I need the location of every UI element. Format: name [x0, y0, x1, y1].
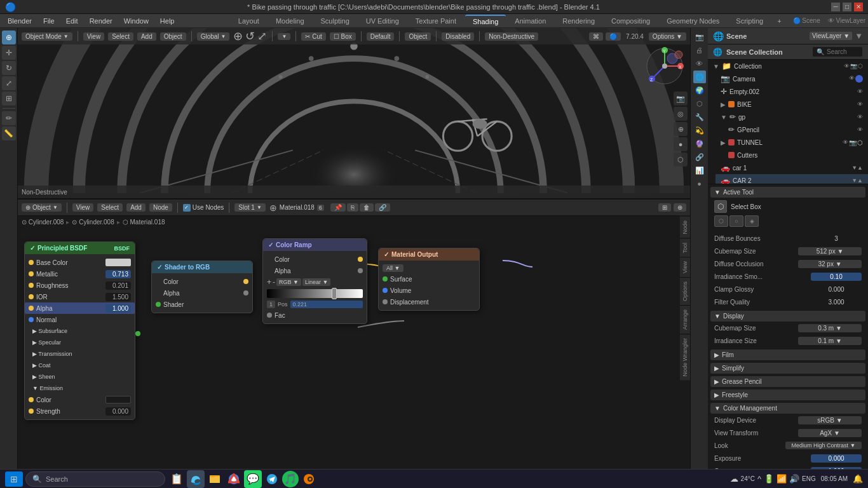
- options-btn[interactable]: Options ▼: [649, 32, 686, 41]
- clamp-glossy-value[interactable]: 0.000: [811, 285, 862, 294]
- menu-render[interactable]: Render: [85, 16, 118, 26]
- tab-modeling[interactable]: Modeling: [268, 15, 312, 27]
- props-icon-material[interactable]: ●: [693, 177, 706, 190]
- transform-tool[interactable]: ⊞: [2, 92, 16, 105]
- tool-icon-3[interactable]: ◈: [745, 215, 759, 227]
- collection-item-gp[interactable]: ▼ ✏ gp 👁: [715, 111, 868, 123]
- node-row-specular[interactable]: ▶ Specular: [25, 337, 135, 348]
- ramp-add-btn[interactable]: +: [267, 278, 271, 287]
- tab-animation[interactable]: Animation: [507, 15, 553, 27]
- menu-blender[interactable]: Blender: [3, 16, 37, 26]
- tool-icon-2[interactable]: ○: [729, 215, 743, 227]
- start-button[interactable]: ⊞: [5, 471, 23, 487]
- minimize-button[interactable]: ─: [831, 3, 840, 11]
- props-icon-physics[interactable]: 🔮: [693, 137, 706, 150]
- cursor-tool[interactable]: ⊕: [2, 30, 16, 44]
- filter-quality-value[interactable]: 3.000: [811, 298, 862, 306]
- ior-value[interactable]: 1.500: [105, 293, 131, 301]
- display-device-value[interactable]: sRGB ▼: [798, 416, 862, 424]
- node-tab-node[interactable]: Node: [680, 216, 690, 238]
- roughness-value[interactable]: 0.201: [105, 281, 131, 290]
- grease-pencil-header[interactable]: ▶ Grease Pencil: [710, 376, 865, 387]
- collection-item-empty002[interactable]: ✛ Empty.002 👁: [715, 85, 868, 98]
- annotate-tool[interactable]: ✏: [2, 111, 16, 125]
- collection-item-car2[interactable]: 🚗 CAR 2 ▼▲: [715, 174, 868, 184]
- scene-collection-search[interactable]: 🔍: [812, 46, 863, 57]
- tab-layout[interactable]: Layout: [231, 15, 267, 27]
- props-icon-output[interactable]: 🖨: [693, 44, 706, 57]
- collection-item-bike[interactable]: ▶ BIKE 👁: [715, 98, 868, 111]
- cubemap-size-value[interactable]: 512 px ▼: [798, 247, 862, 255]
- view-transform-value[interactable]: AgX ▼: [798, 429, 862, 437]
- collection-item-collection[interactable]: ▼ 📁 Collection 👁 📷 ⬡: [708, 60, 868, 72]
- taskbar-app-blender[interactable]: [300, 470, 318, 488]
- strength-value[interactable]: 0.000: [105, 407, 131, 416]
- ramp-pos-value[interactable]: 0.221: [290, 301, 363, 308]
- taskbar-app-edge[interactable]: [187, 470, 205, 488]
- node-node-menu[interactable]: Node: [149, 203, 172, 212]
- ramp-remove-btn[interactable]: -: [273, 278, 275, 287]
- props-icon-render[interactable]: 📷: [693, 30, 706, 43]
- taskbar-app-taskview[interactable]: 📋: [168, 470, 186, 488]
- node-tab-view[interactable]: View: [680, 257, 690, 277]
- collection-item-camera[interactable]: 📷 Camera 👁: [715, 72, 868, 85]
- overlays-btn[interactable]: ⌘: [589, 32, 603, 41]
- view-layer-label[interactable]: ViewLayer ▼: [810, 32, 852, 40]
- view-menu[interactable]: View: [83, 32, 105, 41]
- tab-compositing[interactable]: Compositing: [604, 15, 658, 27]
- ramp-stop-index[interactable]: 1: [267, 301, 275, 308]
- freestyle-header[interactable]: ▶ Freestyle: [710, 390, 865, 400]
- props-icon-data[interactable]: 📊: [693, 164, 706, 177]
- select-menu[interactable]: Select: [108, 32, 133, 41]
- props-icon-world[interactable]: 🌍: [693, 84, 706, 97]
- diffuse-occlusion-value[interactable]: 32 px ▼: [798, 260, 862, 268]
- props-icon-object[interactable]: ⬡: [693, 97, 706, 110]
- node-overlay-btn[interactable]: ⊞: [658, 203, 671, 212]
- ramp-stop[interactable]: [332, 288, 337, 299]
- tab-texture-paint[interactable]: Texture Paint: [408, 15, 464, 27]
- node-tab-node-wrangler[interactable]: Node Wrangler: [680, 334, 690, 380]
- menu-file[interactable]: File: [38, 16, 60, 26]
- node-view-menu[interactable]: View: [72, 203, 94, 212]
- node-row-transmission[interactable]: ▶ Transmission: [25, 348, 135, 360]
- props-icon-modifier[interactable]: 🔧: [693, 111, 706, 123]
- cubemap-size-disp-value[interactable]: 0.3 m ▼: [798, 324, 862, 332]
- taskbar-notifications-icon[interactable]: 🔔: [853, 474, 863, 484]
- node-tab-tool[interactable]: Tool: [680, 238, 690, 257]
- irradiance-smooth-value[interactable]: 0.10: [811, 273, 862, 281]
- non-destructive[interactable]: Non-Destructive: [485, 32, 538, 41]
- transform-orientation[interactable]: Global ▼: [197, 32, 230, 41]
- props-icon-scene[interactable]: 🌐: [693, 71, 706, 83]
- node-pin-btn[interactable]: 📌: [330, 203, 346, 212]
- close-button[interactable]: ✕: [854, 3, 863, 11]
- menu-edit[interactable]: Edit: [61, 16, 83, 26]
- alpha-value[interactable]: 1.000: [105, 304, 131, 313]
- menu-window[interactable]: Window: [119, 16, 154, 26]
- node-link-btn[interactable]: 🔗: [375, 203, 390, 212]
- props-icon-constraints[interactable]: 🔗: [693, 151, 706, 163]
- props-icon-particles[interactable]: 💫: [693, 124, 706, 137]
- taskbar-app-spotify[interactable]: 🎵: [282, 471, 299, 487]
- node-editor-type[interactable]: ⊕ Object ▼: [22, 203, 62, 212]
- proportional-edit[interactable]: Default: [367, 32, 395, 41]
- taskbar-chevron-icon[interactable]: ^: [757, 474, 761, 484]
- taskbar-app-whatsapp[interactable]: 💬: [244, 470, 262, 488]
- snap-mode[interactable]: ☐ Box: [330, 32, 356, 41]
- node-copy-btn[interactable]: ⎘: [347, 203, 358, 212]
- viewport-gizmo[interactable]: X Y Z: [646, 47, 684, 85]
- node-select-menu[interactable]: Select: [97, 203, 123, 212]
- material-output-all-dropdown[interactable]: All ▼: [383, 264, 403, 272]
- props-icon-view-layer[interactable]: 👁: [693, 57, 706, 70]
- object-sub[interactable]: Object: [405, 32, 431, 41]
- tab-scripting[interactable]: Scripting: [728, 15, 771, 27]
- rotate-tool[interactable]: ↻: [2, 61, 16, 75]
- wireframe-btn[interactable]: ⬡: [674, 152, 688, 166]
- collection-item-tunnel[interactable]: ▶ TUNNEL 👁 📷 ⬡: [715, 136, 868, 149]
- camera-view-btn[interactable]: 📷: [674, 92, 688, 105]
- color-ramp-gradient[interactable]: [267, 289, 363, 298]
- node-row-sheen[interactable]: ▶ Sheen: [25, 371, 135, 383]
- scale-tool[interactable]: ⤢: [2, 76, 16, 90]
- node-row-coat[interactable]: ▶ Coat: [25, 360, 135, 371]
- node-tab-options[interactable]: Options: [680, 277, 690, 305]
- emission-color-swatch[interactable]: [105, 396, 131, 403]
